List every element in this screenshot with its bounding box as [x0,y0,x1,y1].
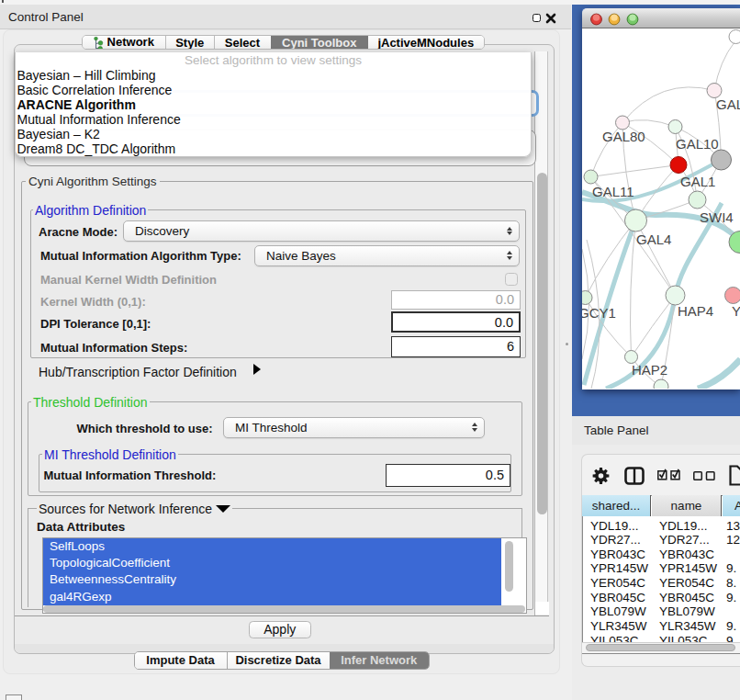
svg-text:GAL80: GAL80 [602,129,645,144]
svg-text:HAP2: HAP2 [632,362,667,378]
svg-text:GAL4: GAL4 [636,231,671,247]
svg-text:GAL11: GAL11 [592,184,634,199]
svg-text:HAP4: HAP4 [678,303,713,319]
svg-text:SWI4: SWI4 [700,209,734,225]
svg-text:GAL1: GAL1 [680,174,715,189]
svg-text:Y: Y [732,303,740,319]
svg-text:GAL10: GAL10 [676,136,719,152]
svg-text:GAL: GAL [716,96,740,112]
svg-text:GCY1: GCY1 [582,305,616,321]
